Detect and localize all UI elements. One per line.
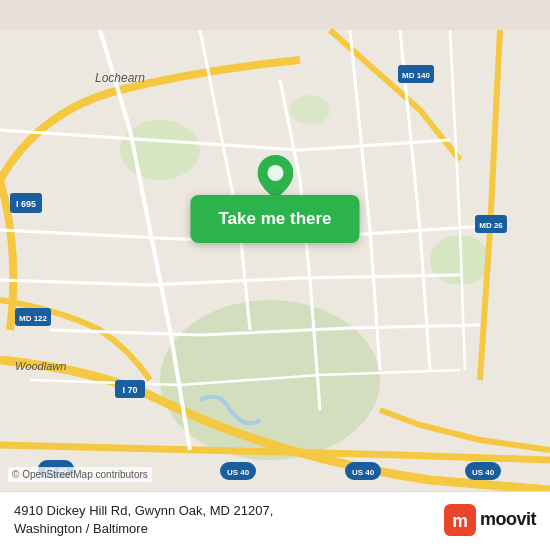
svg-text:Woodlawn: Woodlawn <box>15 360 66 372</box>
map-pin-icon <box>257 155 293 199</box>
address-block: 4910 Dickey Hill Rd, Gwynn Oak, MD 21207… <box>14 502 444 538</box>
svg-text:I 695: I 695 <box>16 199 36 209</box>
svg-text:MD 26: MD 26 <box>479 221 503 230</box>
take-me-there-container: Take me there <box>190 155 359 243</box>
svg-point-1 <box>160 300 380 460</box>
info-bar: 4910 Dickey Hill Rd, Gwynn Oak, MD 21207… <box>0 491 550 550</box>
moovit-label: moovit <box>480 509 536 530</box>
svg-text:US 40: US 40 <box>227 468 250 477</box>
moovit-icon: m <box>444 504 476 536</box>
svg-text:MD 122: MD 122 <box>19 314 48 323</box>
svg-text:I 70: I 70 <box>122 385 137 395</box>
svg-text:MD 140: MD 140 <box>402 71 431 80</box>
map-container: I 695 MD 140 MD 26 MD 122 I 70 US 40 US … <box>0 0 550 550</box>
svg-text:US 40: US 40 <box>472 468 495 477</box>
svg-point-25 <box>267 165 283 181</box>
svg-text:Lochearn: Lochearn <box>95 71 145 85</box>
svg-text:m: m <box>452 511 468 531</box>
address-line2: Washington / Baltimore <box>14 520 444 538</box>
copyright-text: © OpenStreetMap contributors <box>8 467 152 482</box>
address-line1: 4910 Dickey Hill Rd, Gwynn Oak, MD 21207… <box>14 502 444 520</box>
svg-text:US 40: US 40 <box>352 468 375 477</box>
svg-point-4 <box>290 95 330 125</box>
moovit-logo: m moovit <box>444 504 536 536</box>
take-me-there-button[interactable]: Take me there <box>190 195 359 243</box>
